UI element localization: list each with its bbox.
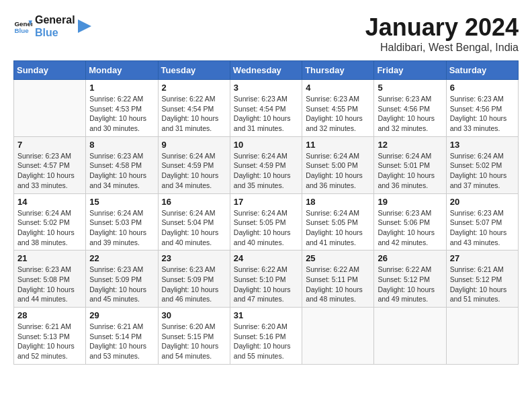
day-header: Saturday <box>446 61 518 80</box>
calendar-cell: 30Sunrise: 6:20 AMSunset: 5:15 PMDayligh… <box>158 308 230 365</box>
calendar-cell <box>302 308 374 365</box>
day-info: Sunrise: 6:21 AMSunset: 5:12 PMDaylight:… <box>450 265 515 304</box>
calendar-cell: 25Sunrise: 6:22 AMSunset: 5:11 PMDayligh… <box>302 250 374 308</box>
day-number: 30 <box>162 310 226 320</box>
day-number: 3 <box>234 83 298 93</box>
day-number: 28 <box>17 310 82 320</box>
day-number: 4 <box>306 83 370 93</box>
calendar-cell: 3Sunrise: 6:23 AMSunset: 4:54 PMDaylight… <box>230 80 302 137</box>
day-number: 16 <box>162 197 226 207</box>
calendar-cell: 4Sunrise: 6:23 AMSunset: 4:55 PMDaylight… <box>302 80 374 137</box>
calendar-cell: 17Sunrise: 6:24 AMSunset: 5:05 PMDayligh… <box>230 193 302 250</box>
day-info: Sunrise: 6:21 AMSunset: 5:14 PMDaylight:… <box>89 322 154 361</box>
day-info: Sunrise: 6:24 AMSunset: 5:00 PMDaylight:… <box>306 151 370 191</box>
day-number: 22 <box>89 253 154 263</box>
calendar-cell <box>14 80 86 137</box>
day-number: 23 <box>162 253 226 263</box>
day-number: 1 <box>89 83 154 93</box>
logo-general-text: General <box>35 13 75 26</box>
day-number: 10 <box>234 140 298 150</box>
day-info: Sunrise: 6:23 AMSunset: 4:54 PMDaylight:… <box>234 94 298 134</box>
logo-arrow-icon <box>78 19 91 33</box>
day-number: 6 <box>450 83 515 93</box>
header-row: SundayMondayTuesdayWednesdayThursdayFrid… <box>14 61 519 80</box>
day-number: 12 <box>378 140 442 150</box>
calendar-cell: 18Sunrise: 6:24 AMSunset: 5:05 PMDayligh… <box>302 193 374 250</box>
calendar-week-row: 1Sunrise: 6:22 AMSunset: 4:53 PMDaylight… <box>14 80 519 137</box>
calendar-cell: 23Sunrise: 6:23 AMSunset: 5:09 PMDayligh… <box>158 250 230 308</box>
calendar-cell <box>446 308 518 365</box>
day-number: 15 <box>89 197 154 207</box>
day-info: Sunrise: 6:22 AMSunset: 5:12 PMDaylight:… <box>378 265 442 304</box>
day-info: Sunrise: 6:24 AMSunset: 5:03 PMDaylight:… <box>89 208 154 248</box>
day-number: 18 <box>306 197 370 207</box>
day-number: 21 <box>17 253 82 263</box>
calendar-cell: 19Sunrise: 6:23 AMSunset: 5:06 PMDayligh… <box>374 193 446 250</box>
svg-marker-3 <box>78 19 91 33</box>
day-info: Sunrise: 6:23 AMSunset: 4:56 PMDaylight:… <box>450 94 515 134</box>
day-info: Sunrise: 6:23 AMSunset: 5:08 PMDaylight:… <box>17 265 82 304</box>
day-number: 9 <box>162 140 226 150</box>
calendar-cell: 31Sunrise: 6:20 AMSunset: 5:16 PMDayligh… <box>230 308 302 365</box>
calendar-cell: 13Sunrise: 6:24 AMSunset: 5:02 PMDayligh… <box>446 136 518 193</box>
day-info: Sunrise: 6:23 AMSunset: 4:57 PMDaylight:… <box>17 151 82 191</box>
day-info: Sunrise: 6:22 AMSunset: 4:53 PMDaylight:… <box>89 94 154 134</box>
calendar-cell: 14Sunrise: 6:24 AMSunset: 5:02 PMDayligh… <box>14 193 86 250</box>
day-number: 14 <box>17 197 82 207</box>
day-number: 31 <box>234 310 298 320</box>
page-header: General Blue General Blue January 2024 H… <box>13 13 519 54</box>
calendar-cell: 1Sunrise: 6:22 AMSunset: 4:53 PMDaylight… <box>86 80 158 137</box>
calendar-cell: 12Sunrise: 6:24 AMSunset: 5:01 PMDayligh… <box>374 136 446 193</box>
day-number: 20 <box>450 197 515 207</box>
day-number: 24 <box>234 253 298 263</box>
logo-blue-text: Blue <box>35 26 75 39</box>
calendar-week-row: 28Sunrise: 6:21 AMSunset: 5:13 PMDayligh… <box>14 308 519 365</box>
calendar-table: SundayMondayTuesdayWednesdayThursdayFrid… <box>13 60 519 365</box>
calendar-week-row: 14Sunrise: 6:24 AMSunset: 5:02 PMDayligh… <box>14 193 519 250</box>
day-number: 19 <box>378 197 442 207</box>
day-info: Sunrise: 6:24 AMSunset: 4:59 PMDaylight:… <box>234 151 298 191</box>
calendar-cell: 8Sunrise: 6:23 AMSunset: 4:58 PMDaylight… <box>86 136 158 193</box>
logo: General Blue General Blue <box>13 13 91 39</box>
calendar-cell: 7Sunrise: 6:23 AMSunset: 4:57 PMDaylight… <box>14 136 86 193</box>
day-info: Sunrise: 6:22 AMSunset: 4:54 PMDaylight:… <box>162 94 226 134</box>
day-info: Sunrise: 6:23 AMSunset: 4:58 PMDaylight:… <box>89 151 154 191</box>
calendar-cell: 10Sunrise: 6:24 AMSunset: 4:59 PMDayligh… <box>230 136 302 193</box>
calendar-cell: 22Sunrise: 6:23 AMSunset: 5:09 PMDayligh… <box>86 250 158 308</box>
calendar-cell: 16Sunrise: 6:24 AMSunset: 5:04 PMDayligh… <box>158 193 230 250</box>
day-number: 2 <box>162 83 226 93</box>
day-number: 25 <box>306 253 370 263</box>
location-title: Haldibari, West Bengal, India <box>365 42 519 54</box>
day-number: 27 <box>450 253 515 263</box>
day-number: 11 <box>306 140 370 150</box>
calendar-cell: 15Sunrise: 6:24 AMSunset: 5:03 PMDayligh… <box>86 193 158 250</box>
day-header: Friday <box>374 61 446 80</box>
calendar-cell: 29Sunrise: 6:21 AMSunset: 5:14 PMDayligh… <box>86 308 158 365</box>
day-info: Sunrise: 6:24 AMSunset: 4:59 PMDaylight:… <box>162 151 226 191</box>
svg-text:Blue: Blue <box>14 27 29 34</box>
day-number: 8 <box>89 140 154 150</box>
calendar-cell: 2Sunrise: 6:22 AMSunset: 4:54 PMDaylight… <box>158 80 230 137</box>
day-info: Sunrise: 6:23 AMSunset: 5:06 PMDaylight:… <box>378 208 442 248</box>
month-title: January 2024 <box>365 13 519 42</box>
logo-icon: General Blue <box>13 17 32 36</box>
day-number: 7 <box>17 140 82 150</box>
calendar-cell: 6Sunrise: 6:23 AMSunset: 4:56 PMDaylight… <box>446 80 518 137</box>
title-section: January 2024 Haldibari, West Bengal, Ind… <box>365 13 519 54</box>
day-info: Sunrise: 6:23 AMSunset: 4:56 PMDaylight:… <box>378 94 442 134</box>
day-info: Sunrise: 6:23 AMSunset: 5:07 PMDaylight:… <box>450 208 515 248</box>
day-info: Sunrise: 6:23 AMSunset: 4:55 PMDaylight:… <box>306 94 370 134</box>
day-info: Sunrise: 6:22 AMSunset: 5:10 PMDaylight:… <box>234 265 298 304</box>
calendar-cell: 28Sunrise: 6:21 AMSunset: 5:13 PMDayligh… <box>14 308 86 365</box>
calendar-cell: 27Sunrise: 6:21 AMSunset: 5:12 PMDayligh… <box>446 250 518 308</box>
day-info: Sunrise: 6:24 AMSunset: 5:05 PMDaylight:… <box>234 208 298 248</box>
calendar-week-row: 21Sunrise: 6:23 AMSunset: 5:08 PMDayligh… <box>14 250 519 308</box>
day-info: Sunrise: 6:23 AMSunset: 5:09 PMDaylight:… <box>89 265 154 304</box>
day-info: Sunrise: 6:20 AMSunset: 5:16 PMDaylight:… <box>234 322 298 361</box>
day-info: Sunrise: 6:24 AMSunset: 5:02 PMDaylight:… <box>450 151 515 191</box>
day-info: Sunrise: 6:24 AMSunset: 5:04 PMDaylight:… <box>162 208 226 248</box>
calendar-cell: 11Sunrise: 6:24 AMSunset: 5:00 PMDayligh… <box>302 136 374 193</box>
calendar-cell: 5Sunrise: 6:23 AMSunset: 4:56 PMDaylight… <box>374 80 446 137</box>
day-header: Thursday <box>302 61 374 80</box>
day-number: 5 <box>378 83 442 93</box>
